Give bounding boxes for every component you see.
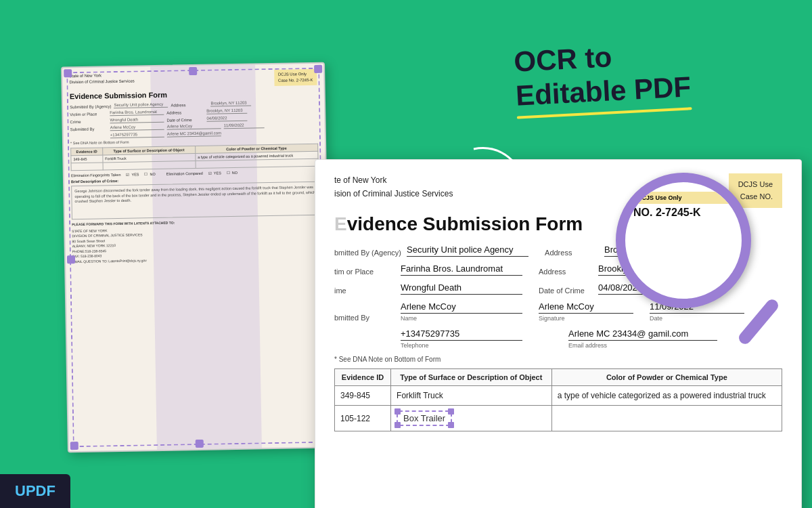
- large-evidence-table: Evidence ID Type of Surface or Descripti…: [334, 368, 782, 431]
- large-form-row-contact: placeholder +13475297735 Telephone Arlen…: [334, 329, 782, 349]
- large-doc-header-left: te of New York ision of Criminal Justice…: [334, 173, 453, 208]
- col-evidence-id: Evidence ID: [335, 369, 391, 386]
- col-color: Color of Powder or Chemical Type: [551, 369, 782, 386]
- magnifier-case: NO. 2-7245-K: [633, 207, 734, 219]
- ocr-title: OCR to Editable PDF: [513, 36, 692, 119]
- small-evidence-table: Evidence ID Type of Surface or Descripti…: [70, 144, 319, 171]
- small-doc-title: Evidence Submission Form: [70, 88, 317, 100]
- bt-handle-br[interactable]: [448, 422, 454, 428]
- box-trailer-highlight: Box Trailer: [397, 410, 452, 426]
- handle-bottom-left[interactable]: [70, 442, 78, 450]
- magnifier-content: DCJS Use Only NO. 2-7245-K: [625, 182, 742, 228]
- bt-handle-tr[interactable]: [448, 408, 454, 415]
- small-doc-header: State of New York Division of Criminal J…: [69, 69, 317, 89]
- table-row-2: 105-122 Box Trailer: [335, 406, 782, 431]
- magnifier-use-only: DCJS Use Only: [633, 192, 734, 204]
- box-trailer-text: Box Trailer: [403, 413, 445, 423]
- small-doc-header-left: State of New York Division of Criminal J…: [69, 72, 135, 90]
- small-doc-content: State of New York Division of Criminal J…: [62, 64, 327, 270]
- large-dna-note: * See DNA Note on Bottom of Form: [334, 356, 782, 363]
- small-doc-header-right: DCJS Use Only Case No. 2-7245-K: [274, 69, 317, 86]
- updf-badge: UPDF: [0, 474, 70, 508]
- small-description-text: George Johnson disconnected the fork ten…: [71, 182, 319, 219]
- arrow-icon: [467, 135, 548, 206]
- bt-handle-tl[interactable]: [394, 408, 401, 415]
- magnifier-circle: DCJS Use Only NO. 2-7245-K: [616, 173, 751, 308]
- table-row-1: 349-845 Forklift Truck a type of vehicle…: [335, 386, 782, 406]
- col-surface: Type of Surface or Description of Object: [391, 369, 552, 386]
- small-document: State of New York Division of Criminal J…: [61, 62, 332, 453]
- magnifier: DCJS Use Only NO. 2-7245-K: [616, 173, 771, 329]
- updf-label: UPDF: [15, 482, 55, 499]
- small-forward-section: PLEASE FORWARD THIS FORM WITH LATENTS AT…: [72, 218, 320, 264]
- bt-handle-bl[interactable]: [394, 422, 401, 428]
